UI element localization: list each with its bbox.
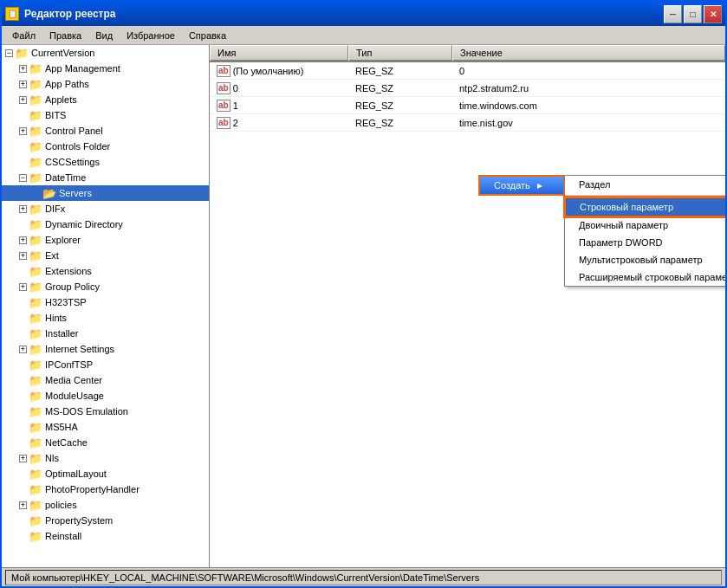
folder-icon: 📂 [42, 187, 56, 200]
tree-item[interactable]: 📁PhotoPropertyHandler [2, 481, 209, 497]
tree-item[interactable]: 📁OptimalLayout [2, 466, 209, 481]
tree-item[interactable]: +📁Explorer [2, 232, 209, 248]
expand-button[interactable]: − [19, 174, 27, 182]
create-button-arrow-icon: ▶ [537, 182, 542, 190]
tree-item-label: Hints [45, 313, 67, 323]
tree-item[interactable]: +📁App Management [2, 61, 209, 76]
submenu-item-section[interactable]: Раздел [565, 176, 725, 193]
tree-item-label: Installer [45, 328, 79, 339]
value-name: 1 [233, 100, 238, 111]
title-bar-buttons: ─ □ ✕ [664, 5, 722, 23]
tree-item[interactable]: +📁Applets [2, 92, 209, 107]
close-button[interactable]: ✕ [704, 5, 722, 23]
tree-item-label: ModuleUsage [45, 391, 104, 401]
folder-icon: 📁 [29, 94, 42, 107]
folder-icon: 📁 [29, 62, 42, 75]
create-submenu: Раздел Строковый параметр Двоичный парам… [564, 175, 725, 287]
tree-item[interactable]: 📁NetCache [2, 435, 209, 450]
expand-button[interactable]: + [19, 283, 27, 291]
folder-icon: 📁 [15, 47, 29, 60]
tree-item-label: CSCSettings [45, 157, 100, 167]
create-button[interactable]: Создать ▶ [478, 175, 565, 196]
submenu-item-dword[interactable]: Параметр DWORD [565, 234, 725, 251]
cell-type: REG_SZ [348, 65, 452, 77]
cell-value: time.windows.com [452, 100, 725, 112]
tree-item[interactable]: +📁App Paths [2, 76, 209, 92]
menu-favorites[interactable]: Избранное [120, 29, 182, 42]
tree-item[interactable]: 📁PropertySystem [2, 513, 209, 528]
folder-icon: 📁 [29, 296, 42, 309]
folder-icon: 📁 [29, 514, 42, 527]
column-header-type[interactable]: Тип [348, 45, 452, 61]
tree-item[interactable]: +📁Nls [2, 450, 209, 466]
tree-item[interactable]: 📁Extensions [2, 263, 209, 279]
menu-help[interactable]: Справка [182, 29, 233, 42]
column-header-name[interactable]: Имя [210, 45, 348, 61]
expand-button[interactable]: + [19, 236, 27, 244]
expand-button[interactable]: + [19, 96, 27, 104]
maximize-button[interactable]: □ [684, 5, 702, 23]
folder-icon: 📁 [29, 234, 42, 247]
minimize-button[interactable]: ─ [664, 5, 682, 23]
window-icon: 📋 [5, 7, 19, 21]
folder-icon: 📁 [29, 265, 42, 278]
table-row[interactable]: ab(По умолчанию)REG_SZ0 [210, 62, 725, 80]
expand-button[interactable]: + [19, 81, 27, 88]
value-type-icon: ab [217, 117, 230, 129]
expand-button[interactable]: + [19, 65, 27, 73]
tree-item-label: Media Center [45, 375, 102, 385]
tree-item[interactable]: 📁CSCSettings [2, 154, 209, 170]
expand-button[interactable]: + [19, 127, 27, 135]
expand-button[interactable]: + [19, 252, 27, 260]
main-content: −📁CurrentVersion+📁App Management+📁App Pa… [2, 45, 725, 567]
tree-item-label: MS-DOS Emulation [45, 406, 128, 417]
expand-button[interactable]: + [19, 501, 27, 509]
value-name: 2 [233, 118, 238, 128]
registry-tree[interactable]: −📁CurrentVersion+📁App Management+📁App Pa… [2, 45, 210, 567]
table-row[interactable]: ab0REG_SZntp2.stratum2.ru [210, 80, 725, 97]
tree-item-label: Applets [45, 94, 77, 105]
tree-item[interactable]: 📁MS-DOS Emulation [2, 404, 209, 419]
tree-item[interactable]: 📁MS5HA [2, 419, 209, 435]
tree-item[interactable]: 📁Installer [2, 326, 209, 341]
expand-button[interactable]: + [19, 455, 27, 462]
tree-item[interactable]: +📁policies [2, 497, 209, 513]
menu-file[interactable]: Файл [5, 29, 42, 42]
tree-item[interactable]: +📁DIFx [2, 201, 209, 216]
tree-item[interactable]: 📁Hints [2, 310, 209, 326]
expand-button[interactable]: + [19, 346, 27, 353]
tree-item[interactable]: −📁DateTime [2, 170, 209, 185]
tree-item[interactable]: 📁Controls Folder [2, 139, 209, 154]
menu-edit[interactable]: Правка [42, 29, 88, 42]
tree-item-label: OptimalLayout [45, 468, 107, 479]
tree-item[interactable]: 📁H323TSP [2, 294, 209, 310]
tree-item[interactable]: 📁Media Center [2, 372, 209, 388]
tree-item[interactable]: 📁BITS [2, 107, 209, 123]
title-bar: 📋 Редактор реестра ─ □ ✕ [2, 2, 725, 26]
tree-item[interactable]: 📁Dynamic Directory [2, 216, 209, 232]
column-header-value[interactable]: Значение [452, 45, 725, 61]
submenu-item-binary[interactable]: Двоичный параметр [565, 216, 725, 234]
menu-view[interactable]: Вид [88, 29, 120, 42]
cell-value: time.nist.gov [452, 117, 725, 129]
submenu-item-expandstring[interactable]: Расширяемый строковый параметр [565, 268, 725, 286]
tree-item[interactable]: +📁Control Panel [2, 123, 209, 139]
tree-item[interactable]: −📁CurrentVersion [2, 45, 209, 61]
folder-icon: 📁 [29, 530, 42, 543]
tree-item[interactable]: 📁ModuleUsage [2, 388, 209, 404]
folder-icon: 📁 [29, 374, 42, 387]
tree-item[interactable]: +📁Internet Settings [2, 341, 209, 357]
tree-item[interactable]: 📁Reinstall [2, 528, 209, 544]
tree-item[interactable]: 📂Servers [2, 185, 209, 201]
expand-button[interactable]: − [5, 49, 13, 57]
table-row[interactable]: ab2REG_SZtime.nist.gov [210, 114, 725, 132]
tree-item[interactable]: +📁Ext [2, 248, 209, 263]
expand-button[interactable]: + [19, 205, 27, 213]
tree-item-label: MS5HA [45, 422, 78, 432]
table-row[interactable]: ab1REG_SZtime.windows.com [210, 97, 725, 114]
tree-item[interactable]: +📁Group Policy [2, 279, 209, 294]
folder-icon: 📁 [29, 125, 42, 138]
submenu-item-multistring[interactable]: Мультистроковый параметр [565, 251, 725, 268]
submenu-item-string[interactable]: Строковый параметр [565, 197, 725, 216]
tree-item[interactable]: 📁IPConfTSP [2, 357, 209, 372]
